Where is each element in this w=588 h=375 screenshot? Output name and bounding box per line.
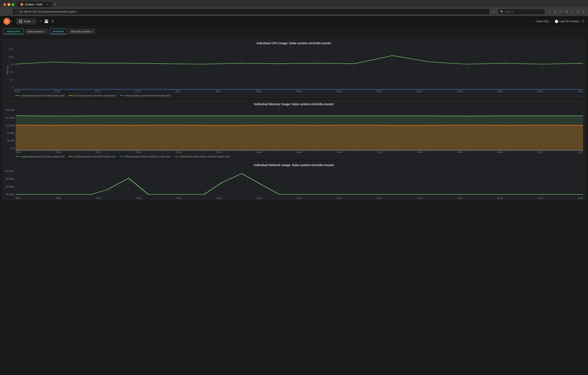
tab-close-icon[interactable]: ✕	[47, 3, 49, 6]
memory-x-tick-12: 09:56	[457, 151, 462, 153]
memory-y-tick-5: 191 MiB	[4, 117, 14, 119]
share-button[interactable]: ↗	[39, 19, 42, 23]
address-bar-row: ‹ › ⓘ 192.168.56.105:32314/dashboard/db/…	[0, 7, 588, 16]
namespace-label: namespace	[6, 30, 21, 33]
cpu-x-tick-2: 09:36	[55, 90, 60, 93]
memory-x-tick-13: 09:58	[497, 151, 503, 153]
cpu-x-tick-7: 09:46	[256, 90, 261, 93]
reading-list-icon[interactable]: ⊡	[553, 9, 557, 14]
time-range-selector[interactable]: 🕐 Last 30 minutes	[555, 20, 579, 23]
dashboard-selector-button[interactable]: Pods ▾	[16, 18, 36, 24]
search-icon: 🔍	[500, 10, 504, 13]
save-button[interactable]: 💾	[44, 19, 49, 23]
cpu-chart-resize-handle[interactable]	[582, 95, 584, 97]
podname-caret-icon: ▾	[92, 30, 93, 33]
network-x-tick-5: 09:42	[176, 197, 182, 200]
cpu-chart-title: Individual CPU Usage: kube-system etcd-k…	[3, 39, 585, 47]
network-x-tick-6: 09:44	[216, 197, 222, 200]
memory-chart-legend: Usage kube-system etcd-k8s-master etcd L…	[3, 154, 585, 159]
network-x-tick-8: 09:48	[296, 197, 302, 200]
cpu-x-tick-4: 09:40	[135, 90, 141, 93]
memory-x-tick-4: 09:40	[136, 151, 141, 153]
network-y-axis: 100 kBps 80 kBps 60 kBps 40 kBps	[3, 169, 16, 200]
zoom-controls: ‹ Zoom Out ›	[533, 19, 552, 23]
charts-area: Individual CPU Usage: kube-system etcd-k…	[0, 37, 588, 204]
cpu-usage-legend-label: Usage kube-system etcd-k8s-master etcd	[21, 94, 64, 97]
podname-filter-tag[interactable]: podname	[50, 29, 67, 34]
reload-button[interactable]: ↻	[492, 10, 496, 14]
cpu-limit-legend-label: Limit kube-system etcd-k8s-master etcd	[74, 94, 115, 97]
network-x-tick-1: 09:34	[16, 197, 21, 200]
search-input[interactable]	[505, 10, 539, 13]
shield-icon[interactable]: 🛡	[558, 9, 564, 14]
url-text: 192.168.56.105:32314/dashboard/db/pods?o…	[19, 10, 77, 13]
cpu-y-tick-5: 10.0	[4, 56, 13, 58]
menu-icon[interactable]: ≡	[581, 9, 586, 14]
browser-actions: ☆ ⊡ 🛡 ⬇ ⌂ ⓘ ≡	[547, 9, 586, 14]
memory-workingset-label: Working Set kube-system etcd-k8s-master …	[180, 155, 230, 158]
back-button[interactable]: ‹	[2, 10, 6, 14]
cpu-request-legend-label: Request kube-system etcd-k8s-master etcd	[125, 94, 170, 97]
network-y-tick-4: 100 kBps	[4, 170, 14, 172]
dashboard-name: Pods	[24, 20, 31, 23]
search-box: 🔍	[498, 9, 545, 15]
cpu-x-tick-6: 09:44	[216, 90, 221, 93]
network-x-tick-2: 09:36	[56, 197, 61, 200]
bookmark-icon[interactable]: ☆	[547, 9, 552, 14]
memory-workingset-color	[175, 156, 179, 157]
refresh-button[interactable]: ↻	[582, 19, 585, 23]
cpu-legend-limit: Limit kube-system etcd-k8s-master etcd	[69, 94, 115, 97]
close-window-button[interactable]	[3, 3, 6, 6]
forward-button[interactable]: ›	[8, 10, 11, 14]
podname-value: etcd-k8s-master	[71, 30, 91, 33]
grafana-header: G ▾ Pods ▾ ↗ 💾 ⚙ ‹ Zoom Out › 🕐 Last 30 …	[0, 16, 588, 27]
zoom-out-prev-button[interactable]: ‹	[533, 19, 536, 23]
memory-legend-usage: Usage kube-system etcd-k8s-master etcd	[16, 155, 64, 158]
window-controls	[2, 2, 16, 7]
memory-request-color	[120, 156, 124, 157]
minimize-window-button[interactable]	[8, 3, 10, 6]
namespace-value: kube-system	[27, 30, 43, 33]
settings-button[interactable]: ⚙	[51, 19, 54, 23]
cpu-x-tick-11: 09:54	[417, 90, 422, 93]
memory-x-tick-6: 09:44	[216, 151, 222, 153]
memory-y-tick-2: 48 MiB	[4, 139, 14, 142]
network-chart-panel: Individual Network Usage: kube-system et…	[2, 161, 586, 200]
podname-dropdown[interactable]: etcd-k8s-master ▾	[68, 29, 95, 34]
active-tab[interactable]: Grafana - Pods ✕	[17, 2, 52, 7]
memory-x-tick-2: 09:36	[56, 151, 61, 153]
cpu-x-tick-15: 10:02	[578, 90, 583, 93]
grafana-logo[interactable]: G	[3, 18, 10, 25]
info-icon: ⓘ	[15, 10, 17, 13]
network-x-tick-12: 09:56	[457, 197, 462, 200]
maximize-window-button[interactable]	[11, 3, 14, 6]
filter-bar: namespace kube-system ▾ podname etcd-k8s…	[0, 27, 588, 37]
header-actions: ↗ 💾 ⚙	[39, 19, 54, 23]
memory-y-tick-1: 0 B	[4, 147, 14, 150]
memory-x-tick-14: 10:00	[538, 151, 543, 153]
namespace-dropdown[interactable]: kube-system ▾	[25, 29, 48, 34]
memory-limit-label: Limit kube-system etcd-k8s-master etcd	[74, 155, 115, 158]
address-bar[interactable]: ⓘ 192.168.56.105:32314/dashboard/db/pods…	[12, 9, 490, 15]
download-icon[interactable]: ⬇	[565, 9, 569, 14]
memory-limit-color	[69, 156, 73, 157]
info-icon[interactable]: ⓘ	[575, 9, 580, 14]
grafana-caret-icon[interactable]: ▾	[11, 20, 13, 23]
cpu-x-tick-9: 09:50	[336, 90, 342, 93]
home-icon[interactable]: ⌂	[570, 9, 574, 14]
network-x-axis: 09:34 09:36 09:38 09:40 09:42 09:44 09:4…	[16, 197, 583, 200]
zoom-out-next-button[interactable]: ›	[549, 19, 552, 23]
cpu-x-tick-13: 09:58	[497, 90, 503, 93]
pods-grid-icon	[19, 20, 22, 23]
memory-legend-workingset: Working Set kube-system etcd-k8s-master …	[175, 155, 230, 158]
memory-request-label: Request kube-system etcd-k8s-master etcd	[125, 155, 170, 158]
cpu-y-label: Millicores	[6, 66, 9, 75]
new-tab-button[interactable]: +	[53, 2, 58, 7]
cpu-x-tick-10: 09:52	[377, 90, 382, 93]
memory-chart-resize-handle[interactable]	[582, 156, 584, 158]
namespace-filter-tag[interactable]: namespace	[3, 29, 23, 34]
tab-favicon	[20, 3, 23, 6]
memory-legend-request: Request kube-system etcd-k8s-master etcd	[120, 155, 170, 158]
cpu-chart-panel: Individual CPU Usage: kube-system etcd-k…	[2, 39, 586, 98]
cpu-chart-svg	[15, 47, 583, 90]
